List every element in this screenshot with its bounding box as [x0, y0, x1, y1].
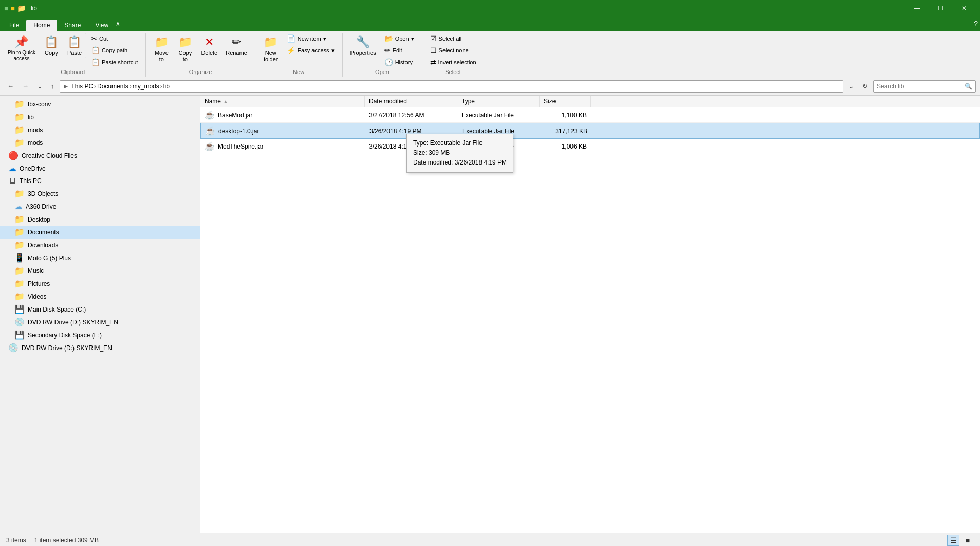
- col-header-type[interactable]: Type: [457, 96, 540, 107]
- move-to-button[interactable]: 📁 Move to: [150, 33, 173, 65]
- sidebar-item-desktop[interactable]: 📁Desktop: [0, 213, 200, 226]
- properties-icon: 🔧: [356, 35, 370, 49]
- tooltip-date: Date modified: 3/26/2018 4:19 PM: [413, 158, 507, 168]
- sidebar-item-dvd-d2[interactable]: 💿DVD RW Drive (D:) SKYRIM_EN: [0, 341, 200, 354]
- sidebar-item-label: Documents: [28, 229, 59, 236]
- cut-button[interactable]: ✂ Cut: [87, 33, 141, 44]
- sidebar-item-pictures[interactable]: 📁Pictures: [0, 277, 200, 290]
- easy-access-button[interactable]: ⚡ Easy access ▾: [283, 45, 338, 56]
- delete-button[interactable]: ✕ Delete: [197, 33, 221, 59]
- folder-yellow-icon: 📁: [14, 266, 25, 276]
- edit-button[interactable]: ✏ Edit: [381, 45, 418, 56]
- tab-share[interactable]: Share: [57, 20, 88, 31]
- file-name-cell: ☕ModTheSpire.jar: [200, 140, 365, 152]
- tab-home[interactable]: Home: [26, 20, 57, 31]
- folder-yellow-icon: 📁: [14, 214, 25, 224]
- maximize-button[interactable]: ☐: [929, 0, 952, 16]
- select-all-button[interactable]: ☑ Select all: [427, 33, 480, 44]
- forward-button[interactable]: →: [19, 80, 32, 92]
- open-button[interactable]: 📂 Open ▾: [381, 33, 418, 44]
- view-controls: ☰ ■: [947, 535, 974, 546]
- address-path[interactable]: ► This PC › Documents › my_mods › lib: [60, 80, 844, 93]
- new-item-button[interactable]: 📄 New item ▾: [283, 33, 338, 44]
- help-icon[interactable]: ?: [974, 20, 978, 28]
- sidebar-item-label: fbx-conv: [28, 101, 51, 108]
- back-button[interactable]: ←: [4, 80, 17, 92]
- file-name: desktop-1.0.jar: [218, 128, 259, 135]
- ribbon-collapse-icon[interactable]: ∧: [116, 20, 120, 27]
- sidebar-item-disk-e[interactable]: 💾Secondary Disk Space (E:): [0, 329, 200, 341]
- sidebar-item-onedrive[interactable]: ☁OneDrive: [0, 162, 200, 175]
- details-view-button[interactable]: ☰: [947, 535, 959, 546]
- search-input[interactable]: [877, 83, 965, 90]
- sidebar-item-this-pc[interactable]: 🖥This PC: [0, 175, 200, 187]
- sidebar-item-label: Pictures: [28, 280, 50, 287]
- sidebar-item-lib[interactable]: 📁lib: [0, 111, 200, 123]
- sidebar-item-label: Creative Cloud Files: [22, 152, 77, 159]
- sidebar-item-moto-g[interactable]: 📱Moto G (5) Plus: [0, 251, 200, 264]
- history-button[interactable]: 🕐 History: [381, 57, 418, 68]
- pin-icon: 📌: [14, 35, 28, 49]
- paste-button[interactable]: 📋 Paste: [64, 33, 86, 59]
- folder-yellow-icon: 📁: [14, 279, 25, 288]
- up-button[interactable]: ↑: [48, 80, 58, 92]
- table-row[interactable]: ☕ModTheSpire.jar3/26/2018 4:19 AMExecuta…: [200, 139, 980, 154]
- tab-view[interactable]: View: [88, 20, 116, 31]
- copy-to-button[interactable]: 📁 Copy to: [174, 33, 196, 65]
- folder-yellow-icon: 📁: [14, 240, 25, 250]
- rename-button[interactable]: ✏ Rename: [222, 33, 251, 59]
- col-header-size[interactable]: Size: [540, 96, 591, 107]
- sidebar-item-label: DVD RW Drive (D:) SKYRIM_EN: [28, 319, 118, 326]
- close-button[interactable]: ✕: [952, 0, 976, 16]
- tab-file[interactable]: File: [2, 20, 26, 31]
- sidebar-item-3d-objects[interactable]: 📁3D Objects: [0, 187, 200, 200]
- table-row[interactable]: ☕desktop-1.0.jar3/26/2018 4:19 PMExecuta…: [200, 123, 980, 139]
- large-icons-view-button[interactable]: ■: [961, 535, 974, 546]
- search-box[interactable]: 🔍: [873, 80, 976, 93]
- select-all-icon: ☑: [430, 34, 437, 43]
- paste-shortcut-button[interactable]: 📋 Paste shortcut: [87, 57, 141, 68]
- file-list-header: Name ▲ Date modified Type Size: [200, 96, 980, 107]
- sidebar-item-music[interactable]: 📁Music: [0, 264, 200, 277]
- new-folder-button[interactable]: 📁 New folder: [260, 33, 282, 65]
- col-header-name[interactable]: Name ▲: [200, 96, 365, 107]
- window-controls: — ☐ ✕: [905, 0, 976, 16]
- dropdown-path-button[interactable]: ⌄: [845, 80, 857, 92]
- path-part-mymods[interactable]: my_mods: [133, 83, 159, 90]
- invert-selection-button[interactable]: ⇄ Invert selection: [427, 57, 480, 68]
- sidebar-item-disk-c[interactable]: 💾Main Disk Space (C:): [0, 303, 200, 316]
- app-icon-orange: 📁: [17, 4, 26, 12]
- properties-button[interactable]: 🔧 Properties: [347, 33, 380, 59]
- folder-yellow-icon: 📁: [14, 125, 25, 135]
- pin-to-quick-access-button[interactable]: 📌 Pin to Quick access: [4, 33, 39, 64]
- sidebar-item-a360-drive[interactable]: ☁A360 Drive: [0, 200, 200, 213]
- new-content: 📁 New folder 📄 New item ▾ ⚡ Easy access …: [260, 33, 338, 68]
- sidebar-item-mods1[interactable]: 📁mods: [0, 123, 200, 136]
- copy-path-icon: 📋: [91, 46, 100, 54]
- edit-icon: ✏: [384, 46, 391, 54]
- sidebar-item-creative-cloud[interactable]: 🔴Creative Cloud Files: [0, 149, 200, 162]
- select-none-button[interactable]: ☐ Select none: [427, 45, 480, 56]
- path-part-thispc[interactable]: This PC: [71, 83, 93, 90]
- sidebar-item-fbx-conv[interactable]: 📁fbx-conv: [0, 98, 200, 111]
- col-header-date[interactable]: Date modified: [365, 96, 457, 107]
- sidebar-item-documents[interactable]: 📁Documents: [0, 226, 200, 239]
- rename-icon: ✏: [232, 35, 241, 49]
- minimize-button[interactable]: —: [905, 0, 929, 16]
- table-row[interactable]: ☕BaseMod.jar3/27/2018 12:56 AMExecutable…: [200, 107, 980, 123]
- copy-icon: 📋: [44, 35, 58, 49]
- copy-path-button[interactable]: 📋 Copy path: [87, 45, 141, 56]
- sidebar-item-label: OneDrive: [20, 165, 46, 172]
- file-list: Name ▲ Date modified Type Size ☕BaseMod.…: [200, 96, 980, 533]
- file-tooltip: Type: Executable Jar FileSize: 309 MBDat…: [406, 134, 513, 173]
- refresh-button[interactable]: ↻: [859, 80, 871, 92]
- path-part-lib[interactable]: lib: [163, 83, 170, 90]
- sidebar-item-downloads[interactable]: 📁Downloads: [0, 239, 200, 251]
- sidebar-item-mods2[interactable]: 📁mods: [0, 136, 200, 149]
- jar-file-icon: ☕: [205, 126, 215, 136]
- path-part-documents[interactable]: Documents: [97, 83, 128, 90]
- sidebar-item-dvd-d[interactable]: 💿DVD RW Drive (D:) SKYRIM_EN: [0, 316, 200, 329]
- copy-button[interactable]: 📋 Copy: [40, 33, 63, 59]
- recent-locations-button[interactable]: ⌄: [34, 80, 46, 92]
- sidebar-item-videos[interactable]: 📁Videos: [0, 290, 200, 303]
